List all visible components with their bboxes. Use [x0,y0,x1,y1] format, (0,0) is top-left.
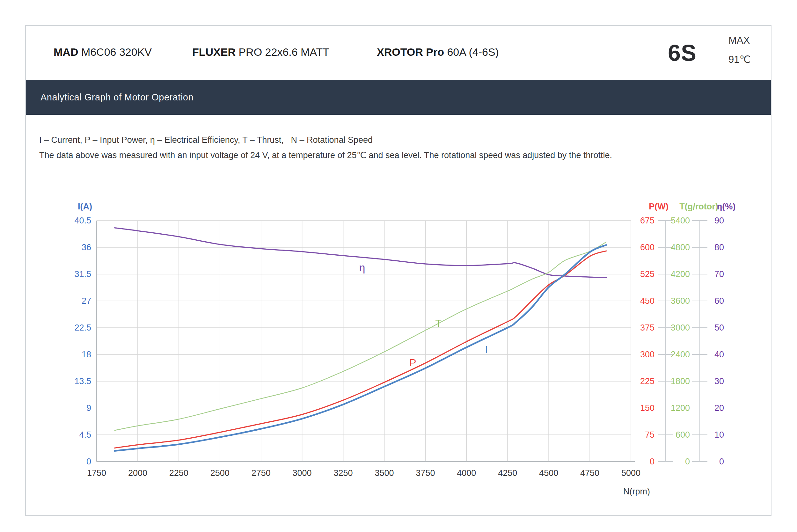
svg-text:450: 450 [640,296,654,306]
svg-text:0: 0 [650,457,654,466]
t-axis-tick-labels: 540048004200360030002400180012006000 [671,216,690,466]
svg-text:40.5: 40.5 [74,216,91,225]
svg-text:3750: 3750 [416,468,435,478]
svg-text:4200: 4200 [671,269,690,279]
eta-axis-tick-labels: 9080706050403020100 [715,216,724,466]
svg-text:18: 18 [82,350,91,359]
left-axis-title: I(A) [78,202,92,211]
svg-text:75: 75 [645,430,654,440]
svg-text:300: 300 [640,350,654,359]
svg-text:20: 20 [715,403,724,413]
svg-text:150: 150 [640,403,654,413]
svg-text:1200: 1200 [671,403,690,413]
x-axis-tick-labels: 1750200022502500275030003250350037504000… [87,468,641,478]
curve-P [115,251,606,448]
svg-text:13.5: 13.5 [74,377,91,386]
svg-text:675: 675 [640,216,654,225]
svg-text:80: 80 [715,243,724,252]
chart-grid [97,221,631,461]
curve-label-T: T [435,318,441,329]
curve-I [115,245,606,451]
svg-text:60: 60 [715,296,724,306]
svg-text:3000: 3000 [293,468,312,478]
svg-text:3250: 3250 [334,468,353,478]
svg-text:3500: 3500 [375,468,394,478]
svg-text:90: 90 [715,216,724,225]
svg-text:4250: 4250 [498,468,517,478]
svg-text:0: 0 [685,457,690,466]
svg-text:525: 525 [640,269,654,279]
p-axis-title: P(W) [649,202,668,211]
curve-label-P: P [409,357,416,368]
svg-text:3000: 3000 [671,323,690,332]
curve-label-η: η [359,261,365,273]
svg-text:4000: 4000 [457,468,476,478]
x-axis-title: N(rpm) [623,487,650,496]
svg-text:600: 600 [676,430,690,440]
p-axis-tick-labels: 675600525450375300225150750 [640,216,654,466]
svg-text:2750: 2750 [251,468,271,478]
right-axes [658,221,707,461]
svg-text:1750: 1750 [87,468,106,478]
motor-operation-chart: 40.53631.52722.51813.594.50I(A)175020002… [26,26,772,516]
svg-text:36: 36 [82,243,91,252]
svg-text:3600: 3600 [671,296,690,306]
svg-text:2400: 2400 [671,350,690,359]
svg-text:22.5: 22.5 [74,323,91,332]
svg-text:4800: 4800 [671,243,690,252]
left-axis-tick-labels: 40.53631.52722.51813.594.50 [74,216,91,466]
svg-text:40: 40 [715,350,724,359]
svg-text:30: 30 [715,377,724,386]
t-axis-title: T(g/rotor) [679,202,718,211]
svg-text:225: 225 [640,377,654,386]
svg-text:4.5: 4.5 [79,430,91,440]
svg-text:5400: 5400 [671,216,690,225]
svg-text:31.5: 31.5 [74,269,91,279]
svg-text:4500: 4500 [539,468,558,478]
svg-text:2500: 2500 [210,468,230,478]
svg-text:2000: 2000 [128,468,147,478]
curve-label-I: I [485,344,488,356]
svg-text:0: 0 [719,457,724,466]
svg-text:375: 375 [640,323,654,332]
svg-text:1800: 1800 [671,377,690,386]
svg-text:600: 600 [640,243,654,252]
svg-text:70: 70 [715,269,724,279]
svg-text:0: 0 [87,457,91,466]
svg-text:2250: 2250 [169,468,188,478]
svg-text:27: 27 [82,296,91,306]
chart-canvas: 40.53631.52722.51813.594.50I(A)175020002… [26,26,772,516]
svg-text:50: 50 [715,323,724,332]
svg-text:9: 9 [87,403,91,413]
svg-text:4750: 4750 [580,468,599,478]
eta-axis-title: η(%) [717,202,736,211]
svg-text:5000: 5000 [621,468,641,478]
datasheet-card: MAD M6C06 320KV FLUXER PRO 22x6.6 MATT X… [25,25,772,516]
svg-text:10: 10 [715,430,724,440]
